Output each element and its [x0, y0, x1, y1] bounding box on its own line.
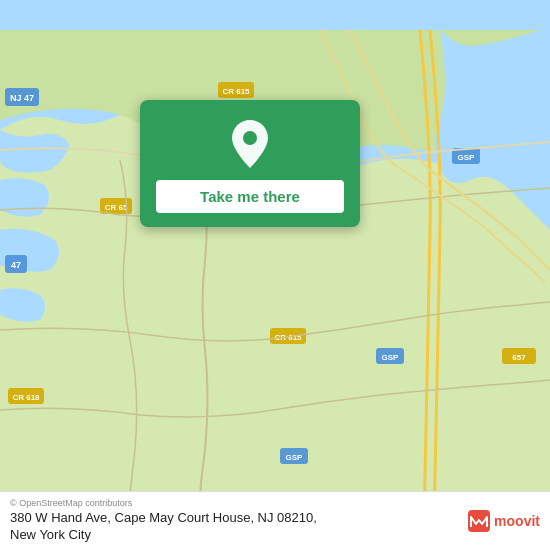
address-text: 380 W Hand Ave, Cape May Court House, NJ… [10, 510, 458, 544]
svg-text:CR 615: CR 615 [222, 87, 250, 96]
map-pin-icon [228, 118, 272, 170]
moovit-logo: moovit [468, 510, 540, 532]
address-line1: 380 W Hand Ave, Cape May Court House, NJ… [10, 510, 317, 525]
svg-text:NJ 47: NJ 47 [10, 93, 34, 103]
svg-text:CR 618: CR 618 [12, 393, 40, 402]
moovit-icon [468, 510, 490, 532]
address-block: © OpenStreetMap contributors 380 W Hand … [10, 498, 458, 544]
svg-text:657: 657 [512, 353, 526, 362]
attribution: © OpenStreetMap contributors [10, 498, 458, 508]
svg-text:GSP: GSP [382, 353, 400, 362]
svg-text:GSP: GSP [286, 453, 304, 462]
moovit-text: moovit [494, 513, 540, 529]
bottom-bar: © OpenStreetMap contributors 380 W Hand … [0, 491, 550, 550]
svg-text:GSP: GSP [458, 153, 476, 162]
map-background: NJ 47 CR 615 CR 615 CR 65 CR 618 657 GSP… [0, 0, 550, 550]
take-me-there-button[interactable]: Take me there [156, 180, 344, 213]
svg-point-21 [243, 131, 257, 145]
map-container: NJ 47 CR 615 CR 615 CR 65 CR 618 657 GSP… [0, 0, 550, 550]
address-line2: New York City [10, 527, 91, 542]
svg-text:47: 47 [11, 260, 21, 270]
svg-text:CR 65: CR 65 [105, 203, 128, 212]
location-card: Take me there [140, 100, 360, 227]
